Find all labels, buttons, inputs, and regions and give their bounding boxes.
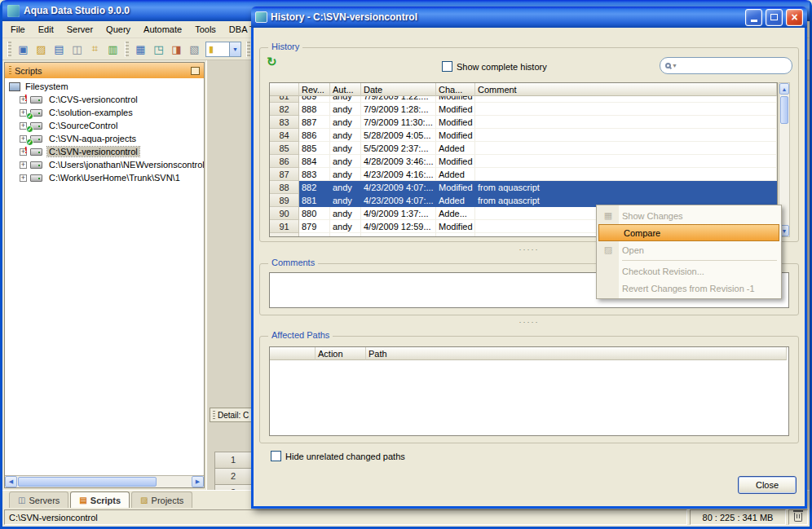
detail-panel-header[interactable]: Detail: C [210,408,257,422]
table-icon[interactable]: ▦ [132,41,149,58]
register-server-icon[interactable]: ▣ [15,41,32,58]
cell: andy [330,96,361,103]
column-header[interactable]: Action [316,347,366,360]
column-header[interactable]: Aut... [330,83,361,96]
history-row[interactable]: 86884andy4/28/2009 3:46:...Modified [270,155,777,168]
history-row[interactable]: 83887andy7/9/2009 11:30:...Modified [270,116,777,129]
scroll-left-icon[interactable]: ◀ [5,476,17,487]
tree-item[interactable]: +✓C:\SVN-aqua-projects [5,132,204,145]
comments-group-label: Comments [268,258,318,267]
expand-icon[interactable]: + [20,161,27,169]
menu-edit[interactable]: Edit [32,23,60,36]
tree-item[interactable]: +✓C:\solution-examples [5,106,204,119]
history-row[interactable]: 85885andy5/5/2009 2:37:...Added [270,142,777,155]
tree-item[interactable]: +!C:\CVS-versioncontrol [5,93,204,106]
affected-paths-header[interactable]: ActionPath [270,347,788,360]
scripts-tree: Filesystem+!C:\CVS-versioncontrol+✓C:\so… [5,78,204,475]
scroll-thumb[interactable] [780,96,788,124]
menu-file[interactable]: File [4,23,32,36]
tab-label: Scripts [90,496,121,505]
scripts-panel-header[interactable]: Scripts [5,63,204,78]
context-menu-item-compare[interactable]: Compare [598,224,779,241]
row-number: 92 [270,233,299,237]
cell: 885 [299,142,330,155]
import-data-icon[interactable]: ◳ [150,41,167,58]
history-row[interactable]: 81889andy7/9/2009 1:22:...Modified [270,96,777,103]
menu-tools[interactable]: Tools [188,23,223,36]
garbage-collect-button[interactable] [788,509,808,525]
search-box[interactable]: ▼ [660,57,792,74]
hide-unrelated-checkbox[interactable]: Hide unrelated changed paths [271,451,405,461]
security-keys-icon[interactable]: ⌗ [86,41,104,58]
dialog-titlebar[interactable]: History - C:\SVN-versioncontrol × [251,7,807,28]
memory-usage: 80 : 225 : 341 MB [690,509,786,525]
tab-projects[interactable]: ▨Projects [131,492,192,508]
history-row[interactable]: 88882andy4/23/2009 4:07:...Modifiedfrom … [270,181,777,194]
chevron-down-icon[interactable]: ▼ [672,63,677,68]
refresh-icon[interactable]: ↻ [267,55,277,69]
column-header[interactable] [270,83,299,96]
history-row[interactable]: 87883andy4/23/2009 4:16:...Added [270,168,777,181]
column-header[interactable]: Rev... [299,83,330,96]
search-input[interactable] [679,61,792,71]
scroll-thumb[interactable] [18,477,157,487]
dialog-icon [255,11,267,23]
scroll-track[interactable] [17,476,192,487]
cell: 5/5/2009 2:37:... [361,142,436,155]
grid-row-header[interactable]: 3 [214,484,252,490]
close-window-button[interactable]: × [786,9,803,26]
schema-browser-icon[interactable]: ▤ [51,41,68,58]
query-analyzer-icon[interactable]: ▥ [104,41,121,58]
column-header[interactable]: Cha... [436,83,475,96]
splitter-handle[interactable] [254,319,805,325]
menu-query[interactable]: Query [99,23,137,36]
tree-horizontal-scrollbar[interactable]: ◀ ▶ [5,475,204,487]
open-folder-icon[interactable]: ▨ [33,41,50,58]
panel-grip-icon [9,66,11,75]
server-manager-icon[interactable]: ◫ [68,41,86,58]
grid-row-header[interactable]: 2 [214,468,252,485]
er-modeler-icon[interactable]: ▧ [186,41,203,58]
column-header[interactable]: Path [366,347,787,360]
affected-paths-group: Affected Paths ActionPath [259,336,799,443]
chevron-down-icon[interactable]: ▼ [229,42,241,56]
history-row[interactable]: 82888andy7/9/2009 1:28:...Modified [270,103,777,116]
cell: 886 [299,129,330,142]
scripts-icon: ▤ [79,496,86,505]
cell: Modified [436,103,475,116]
menu-server[interactable]: Server [60,23,99,36]
menu-automate[interactable]: Automate [137,23,188,36]
expand-icon[interactable]: + [20,174,27,182]
close-button[interactable]: Close [738,476,797,494]
row-number: 89 [270,194,299,207]
minimize-button[interactable] [745,9,762,26]
column-header[interactable]: Date [361,83,436,96]
tree-item[interactable]: +C:\Work\UserHome\Trunk\SVN\1 [5,171,204,184]
history-table-header[interactable]: Rev...Aut...DateCha...Comment [270,83,777,96]
checkbox-box[interactable] [442,61,452,72]
tree-item-label: C:\Users\jonathan\NEWversionscontrol [47,160,204,170]
cell: Modified [436,181,475,194]
column-header[interactable]: Comment [475,83,777,96]
tree-root[interactable]: Filesystem [5,80,204,93]
undock-icon[interactable] [191,67,200,75]
tree-item[interactable]: +!C:\SVN-versioncontrol [5,145,204,158]
tree-item[interactable]: +✓C:\SourceControl [5,119,204,132]
export-data-icon[interactable]: ◨ [168,41,185,58]
show-complete-history-checkbox[interactable]: Show complete history [442,61,547,72]
status-path: C:\SVN-versioncontrol [4,509,687,525]
history-row[interactable]: 84886andy5/28/2009 4:05...Modified [270,129,777,142]
tab-scripts[interactable]: ▤Scripts [70,492,130,508]
affected-paths-group-label: Affected Paths [268,330,333,340]
scroll-right-icon[interactable]: ▶ [192,476,204,487]
tree-item[interactable]: +C:\Users\jonathan\NEWversionscontrol [5,158,204,171]
tab-servers[interactable]: ◫Servers [9,492,68,508]
grid-row-header[interactable]: 1 [214,452,252,469]
database-combo[interactable]: ▮▼ [205,42,241,57]
scroll-up-icon[interactable]: ▲ [779,83,789,95]
column-header[interactable] [270,347,316,360]
cell: 882 [299,181,330,194]
ok-badge-icon: ✓ [26,126,33,133]
checkbox-box[interactable] [271,451,281,461]
maximize-button[interactable] [766,9,783,26]
